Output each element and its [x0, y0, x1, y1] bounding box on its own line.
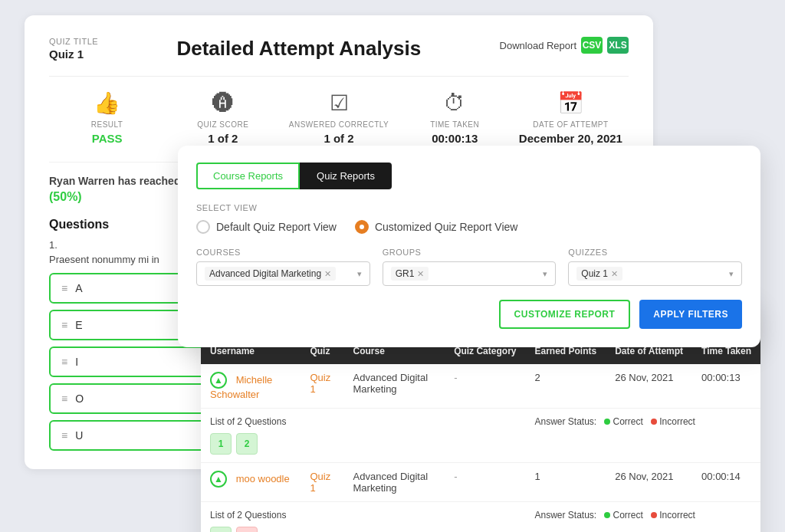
quizzes-tag: Quiz 1 ✕ — [576, 267, 622, 281]
option-o-label: O — [75, 392, 84, 405]
page-title: Detailed Attempt Analysis — [98, 37, 499, 61]
download-report-label: Download Report — [500, 40, 576, 51]
table-row: ▲ Michelle Schowalter Quiz 1 Advanced Di… — [201, 364, 760, 409]
correct-dot: Correct — [604, 416, 643, 427]
thumbs-up-icon: 👍 — [49, 90, 165, 116]
row1-answer-status: Answer Status: Correct Incorrect — [525, 409, 760, 463]
download-csv-button[interactable]: CSV — [581, 37, 603, 54]
action-buttons: CUSTOMIZE REPORT APPLY FILTERS — [196, 300, 742, 329]
table-subrow: List of 2 Questions 1 2 Answer Status: C… — [201, 502, 760, 533]
row1-quiz-link[interactable]: Quiz 1 — [310, 372, 330, 395]
groups-tag: GR1 ✕ — [391, 267, 429, 281]
quiz-title-section: QUIZ TITLE Quiz 1 — [49, 37, 98, 61]
courses-remove-icon[interactable]: ✕ — [324, 269, 331, 279]
row1-q-bubbles: 1 2 — [210, 433, 516, 455]
groups-remove-icon[interactable]: ✕ — [417, 269, 424, 279]
radio-default-label: Default Quiz Report View — [216, 221, 337, 233]
groups-value: GR1 — [396, 268, 415, 279]
date-label: DATE OF ATTEMPT — [513, 120, 629, 129]
row1-q1[interactable]: 1 — [210, 433, 232, 455]
answered-correctly-value: 1 of 2 — [281, 132, 396, 145]
download-report-section: Download Report CSV XLS — [500, 37, 629, 54]
table-row: ▲ moo woodle Quiz 1 Advanced Digital Mar… — [201, 463, 760, 502]
row1-points: 2 — [525, 364, 606, 409]
courses-select[interactable]: Advanced Digital Marketing ✕ ▾ — [196, 261, 370, 286]
courses-tag: Advanced Digital Marketing ✕ — [205, 267, 336, 281]
courses-filter: COURSES Advanced Digital Marketing ✕ ▾ — [196, 248, 370, 286]
download-xls-button[interactable]: XLS — [607, 37, 629, 54]
answer-status-label: Answer Status: — [534, 416, 596, 427]
stat-answered-correctly: ☑ ANSWERED CORRECTLY 1 of 2 — [281, 90, 396, 145]
calendar-icon: 📅 — [513, 90, 629, 116]
option-a-label: A — [75, 282, 82, 294]
row2-q2[interactable]: 2 — [236, 527, 258, 532]
row1-subrow-questions: List of 2 Questions 1 2 — [201, 409, 525, 463]
reach-pre: Ryan Warren has reached — [49, 175, 180, 187]
time-taken-label: TIME TAKEN — [397, 120, 513, 129]
row1-expand-button[interactable]: ▲ — [210, 372, 227, 389]
quizzes-caret-icon: ▾ — [729, 269, 734, 279]
customize-report-button[interactable]: CUSTOMIZE REPORT — [499, 300, 631, 329]
apply-filters-button[interactable]: APPLY FILTERS — [639, 300, 742, 329]
quizzes-filter: QUIZZES Quiz 1 ✕ ▾ — [568, 248, 742, 286]
stat-result: 👍 RESULT PASS — [49, 90, 165, 145]
option-u-label: U — [75, 429, 83, 442]
row1-date: 26 Nov, 2021 — [606, 364, 692, 409]
result-value: PASS — [49, 132, 165, 145]
row1-category: - — [445, 364, 525, 409]
filters-row: COURSES Advanced Digital Marketing ✕ ▾ G… — [196, 248, 742, 286]
row2-quiz-link[interactable]: Quiz 1 — [310, 471, 330, 494]
row1-q2[interactable]: 2 — [236, 433, 258, 455]
radio-group: Default Quiz Report View Customized Quiz… — [196, 220, 742, 234]
quiz-title-label: QUIZ TITLE — [49, 37, 98, 46]
row1-questions-label: List of 2 Questions — [210, 416, 516, 427]
list-icon: ≡ — [61, 356, 67, 368]
timer-icon: ⏱ — [397, 90, 513, 116]
courses-label: COURSES — [196, 248, 370, 257]
stats-row: 👍 RESULT PASS 🅐 QUIZ SCORE 1 of 2 ☑ ANSW… — [49, 76, 629, 145]
row1-course: Advanced Digital Marketing — [344, 364, 445, 409]
incorrect-dot: Incorrect — [651, 416, 695, 427]
radio-default[interactable]: Default Quiz Report View — [196, 220, 337, 234]
date-value: December 20, 2021 — [513, 132, 629, 145]
quizzes-remove-icon[interactable]: ✕ — [611, 269, 618, 279]
incorrect-status-dot — [651, 419, 657, 425]
courses-value: Advanced Digital Marketing — [209, 268, 321, 279]
radio-custom[interactable]: Customized Quiz Report View — [355, 220, 517, 234]
stat-time-taken: ⏱ TIME TAKEN 00:00:13 — [397, 90, 513, 145]
report-header: QUIZ TITLE Quiz 1 Detailed Attempt Analy… — [49, 37, 629, 61]
radio-custom-label: Customized Quiz Report View — [375, 221, 517, 233]
row2-username-link[interactable]: moo woodle — [236, 473, 290, 484]
row2-quiz: Quiz 1 — [301, 463, 343, 502]
list-icon: ≡ — [61, 282, 67, 294]
quizzes-tag-content: Quiz 1 ✕ — [576, 267, 622, 281]
grade-icon: 🅐 — [165, 90, 281, 116]
row1-answer-status-display: Answer Status: Correct Incorrect — [534, 416, 751, 427]
quizzes-value: Quiz 1 — [581, 268, 608, 279]
tab-quiz-reports[interactable]: Quiz Reports — [300, 163, 392, 189]
table-subrow: List of 2 Questions 1 2 Answer Status: C… — [201, 409, 760, 463]
row1-time: 00:00:13 — [692, 364, 760, 409]
row2-subrow-questions: List of 2 Questions 1 2 — [201, 502, 525, 533]
correct-status-dot — [604, 419, 610, 425]
quiz-score-value: 1 of 2 — [165, 132, 281, 145]
select-view-label: SELECT VIEW — [196, 203, 742, 212]
row2-q1[interactable]: 1 — [210, 527, 232, 532]
row2-course: Advanced Digital Marketing — [344, 463, 445, 502]
groups-select[interactable]: GR1 ✕ ▾ — [383, 261, 557, 286]
attempts-table: Username Quiz Course Quiz Category Earne… — [201, 338, 760, 532]
quizzes-select[interactable]: Quiz 1 ✕ ▾ — [568, 261, 742, 286]
row1-username: ▲ Michelle Schowalter — [201, 364, 301, 409]
quiz-title-value: Quiz 1 — [49, 48, 98, 61]
answered-correctly-label: ANSWERED CORRECTLY — [281, 120, 396, 129]
answer-status-label2: Answer Status: — [534, 510, 596, 521]
row2-category: - — [445, 463, 525, 502]
courses-tag-content: Advanced Digital Marketing ✕ — [205, 267, 336, 281]
row2-answer-status: Answer Status: Correct Incorrect — [525, 502, 760, 533]
row2-expand-button[interactable]: ▲ — [210, 471, 227, 488]
groups-tag-content: GR1 ✕ — [391, 267, 429, 281]
tab-course-reports[interactable]: Course Reports — [196, 163, 300, 189]
courses-caret-icon: ▾ — [357, 269, 362, 279]
row2-q-bubbles: 1 2 — [210, 527, 516, 532]
check-list-icon: ☑ — [281, 90, 396, 116]
